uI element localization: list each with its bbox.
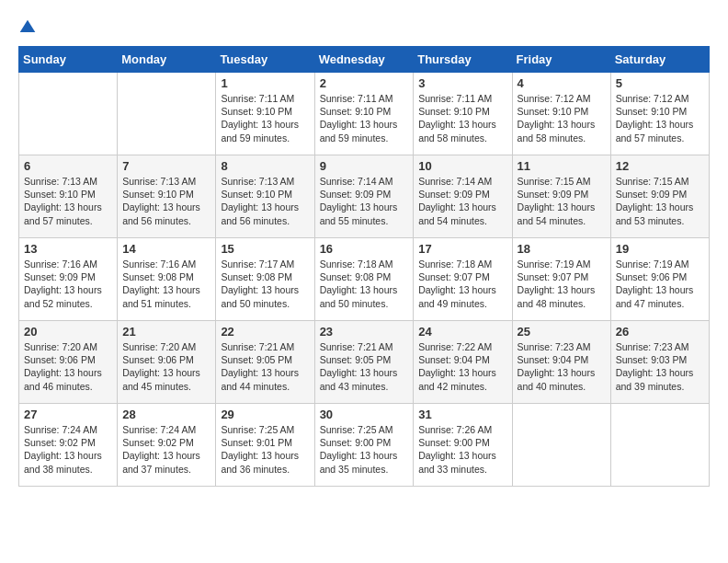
day-number: 14 xyxy=(122,242,210,256)
day-number: 6 xyxy=(24,159,112,173)
day-number: 3 xyxy=(418,76,506,90)
day-info: Sunrise: 7:21 AM Sunset: 9:05 PM Dayligh… xyxy=(320,340,409,393)
calendar-week-row: 20Sunrise: 7:20 AM Sunset: 9:06 PM Dayli… xyxy=(19,321,710,404)
day-number: 9 xyxy=(320,159,409,173)
day-number: 13 xyxy=(24,242,112,256)
calendar-cell: 5Sunrise: 7:12 AM Sunset: 9:10 PM Daylig… xyxy=(610,73,709,155)
day-number: 19 xyxy=(616,242,704,256)
day-info: Sunrise: 7:11 AM Sunset: 9:10 PM Dayligh… xyxy=(320,92,409,144)
day-info: Sunrise: 7:15 AM Sunset: 9:09 PM Dayligh… xyxy=(518,175,606,227)
day-info: Sunrise: 7:25 AM Sunset: 9:00 PM Dayligh… xyxy=(320,423,409,476)
day-number: 28 xyxy=(122,408,210,421)
day-info: Sunrise: 7:17 AM Sunset: 9:08 PM Dayligh… xyxy=(221,258,309,310)
col-header-tuesday: Tuesday xyxy=(216,47,314,73)
day-info: Sunrise: 7:12 AM Sunset: 9:10 PM Dayligh… xyxy=(616,92,704,144)
calendar-cell: 12Sunrise: 7:15 AM Sunset: 9:09 PM Dayli… xyxy=(610,155,709,238)
day-number: 11 xyxy=(518,159,606,173)
day-info: Sunrise: 7:19 AM Sunset: 9:06 PM Dayligh… xyxy=(616,258,704,310)
day-info: Sunrise: 7:13 AM Sunset: 9:10 PM Dayligh… xyxy=(24,175,112,227)
day-info: Sunrise: 7:13 AM Sunset: 9:10 PM Dayligh… xyxy=(221,175,309,227)
day-info: Sunrise: 7:24 AM Sunset: 9:02 PM Dayligh… xyxy=(24,423,112,476)
day-number: 7 xyxy=(122,159,210,173)
col-header-wednesday: Wednesday xyxy=(314,47,414,73)
day-number: 30 xyxy=(320,408,409,421)
calendar-cell: 21Sunrise: 7:20 AM Sunset: 9:06 PM Dayli… xyxy=(118,321,216,404)
calendar-cell: 29Sunrise: 7:25 AM Sunset: 9:01 PM Dayli… xyxy=(216,404,314,487)
calendar-table: SundayMondayTuesdayWednesdayThursdayFrid… xyxy=(18,46,710,487)
day-info: Sunrise: 7:15 AM Sunset: 9:09 PM Dayligh… xyxy=(616,175,704,227)
day-number: 18 xyxy=(518,242,606,256)
logo xyxy=(18,18,40,37)
day-number: 23 xyxy=(320,325,409,339)
calendar-cell: 3Sunrise: 7:11 AM Sunset: 9:10 PM Daylig… xyxy=(414,73,512,155)
day-info: Sunrise: 7:25 AM Sunset: 9:01 PM Dayligh… xyxy=(221,423,309,476)
calendar-header-row: SundayMondayTuesdayWednesdayThursdayFrid… xyxy=(19,47,710,73)
col-header-thursday: Thursday xyxy=(414,47,512,73)
day-number: 17 xyxy=(418,242,506,256)
calendar-cell: 11Sunrise: 7:15 AM Sunset: 9:09 PM Dayli… xyxy=(512,155,610,238)
col-header-sunday: Sunday xyxy=(19,47,118,73)
day-number: 15 xyxy=(221,242,309,256)
day-info: Sunrise: 7:12 AM Sunset: 9:10 PM Dayligh… xyxy=(518,92,606,144)
calendar-cell: 9Sunrise: 7:14 AM Sunset: 9:09 PM Daylig… xyxy=(314,155,414,238)
day-info: Sunrise: 7:24 AM Sunset: 9:02 PM Dayligh… xyxy=(122,423,210,476)
calendar-cell: 18Sunrise: 7:19 AM Sunset: 9:07 PM Dayli… xyxy=(512,238,610,321)
day-number: 22 xyxy=(221,325,309,339)
calendar-cell: 22Sunrise: 7:21 AM Sunset: 9:05 PM Dayli… xyxy=(216,321,314,404)
calendar-week-row: 27Sunrise: 7:24 AM Sunset: 9:02 PM Dayli… xyxy=(19,404,710,487)
day-info: Sunrise: 7:18 AM Sunset: 9:07 PM Dayligh… xyxy=(418,258,506,310)
day-number: 26 xyxy=(616,325,704,339)
calendar-cell: 23Sunrise: 7:21 AM Sunset: 9:05 PM Dayli… xyxy=(314,321,414,404)
calendar-cell: 28Sunrise: 7:24 AM Sunset: 9:02 PM Dayli… xyxy=(118,404,216,487)
day-number: 31 xyxy=(418,408,506,421)
day-number: 10 xyxy=(418,159,506,173)
day-info: Sunrise: 7:18 AM Sunset: 9:08 PM Dayligh… xyxy=(320,258,409,310)
calendar-cell: 14Sunrise: 7:16 AM Sunset: 9:08 PM Dayli… xyxy=(118,238,216,321)
day-info: Sunrise: 7:13 AM Sunset: 9:10 PM Dayligh… xyxy=(122,175,210,227)
day-info: Sunrise: 7:11 AM Sunset: 9:10 PM Dayligh… xyxy=(418,92,506,144)
calendar-cell: 6Sunrise: 7:13 AM Sunset: 9:10 PM Daylig… xyxy=(19,155,118,238)
day-info: Sunrise: 7:19 AM Sunset: 9:07 PM Dayligh… xyxy=(518,258,606,310)
calendar-cell xyxy=(610,404,709,487)
day-number: 1 xyxy=(221,76,309,90)
calendar-cell: 30Sunrise: 7:25 AM Sunset: 9:00 PM Dayli… xyxy=(314,404,414,487)
calendar-cell: 20Sunrise: 7:20 AM Sunset: 9:06 PM Dayli… xyxy=(19,321,118,404)
day-number: 2 xyxy=(320,76,409,90)
col-header-friday: Friday xyxy=(512,47,610,73)
day-info: Sunrise: 7:20 AM Sunset: 9:06 PM Dayligh… xyxy=(122,340,210,393)
calendar-cell: 17Sunrise: 7:18 AM Sunset: 9:07 PM Dayli… xyxy=(414,238,512,321)
calendar-cell: 26Sunrise: 7:23 AM Sunset: 9:03 PM Dayli… xyxy=(610,321,709,404)
day-info: Sunrise: 7:23 AM Sunset: 9:04 PM Dayligh… xyxy=(518,340,606,393)
calendar-cell: 31Sunrise: 7:26 AM Sunset: 9:00 PM Dayli… xyxy=(414,404,512,487)
page-header xyxy=(18,18,710,37)
day-number: 27 xyxy=(24,408,112,421)
logo-icon xyxy=(18,18,37,37)
calendar-cell: 27Sunrise: 7:24 AM Sunset: 9:02 PM Dayli… xyxy=(19,404,118,487)
calendar-week-row: 1Sunrise: 7:11 AM Sunset: 9:10 PM Daylig… xyxy=(19,73,710,155)
col-header-saturday: Saturday xyxy=(610,47,709,73)
day-info: Sunrise: 7:20 AM Sunset: 9:06 PM Dayligh… xyxy=(24,340,112,393)
day-number: 20 xyxy=(24,325,112,339)
day-number: 24 xyxy=(418,325,506,339)
calendar-cell: 4Sunrise: 7:12 AM Sunset: 9:10 PM Daylig… xyxy=(512,73,610,155)
calendar-cell: 19Sunrise: 7:19 AM Sunset: 9:06 PM Dayli… xyxy=(610,238,709,321)
day-number: 29 xyxy=(221,408,309,421)
calendar-cell: 8Sunrise: 7:13 AM Sunset: 9:10 PM Daylig… xyxy=(216,155,314,238)
calendar-cell: 25Sunrise: 7:23 AM Sunset: 9:04 PM Dayli… xyxy=(512,321,610,404)
day-info: Sunrise: 7:16 AM Sunset: 9:08 PM Dayligh… xyxy=(122,258,210,310)
day-info: Sunrise: 7:11 AM Sunset: 9:10 PM Dayligh… xyxy=(221,92,309,144)
calendar-cell xyxy=(19,73,118,155)
day-info: Sunrise: 7:22 AM Sunset: 9:04 PM Dayligh… xyxy=(418,340,506,393)
day-number: 12 xyxy=(616,159,704,173)
day-info: Sunrise: 7:23 AM Sunset: 9:03 PM Dayligh… xyxy=(616,340,704,393)
day-number: 8 xyxy=(221,159,309,173)
day-number: 21 xyxy=(122,325,210,339)
col-header-monday: Monday xyxy=(118,47,216,73)
day-number: 25 xyxy=(518,325,606,339)
day-info: Sunrise: 7:16 AM Sunset: 9:09 PM Dayligh… xyxy=(24,258,112,310)
day-info: Sunrise: 7:14 AM Sunset: 9:09 PM Dayligh… xyxy=(320,175,409,227)
calendar-week-row: 13Sunrise: 7:16 AM Sunset: 9:09 PM Dayli… xyxy=(19,238,710,321)
calendar-cell: 15Sunrise: 7:17 AM Sunset: 9:08 PM Dayli… xyxy=(216,238,314,321)
calendar-cell: 2Sunrise: 7:11 AM Sunset: 9:10 PM Daylig… xyxy=(314,73,414,155)
calendar-cell: 10Sunrise: 7:14 AM Sunset: 9:09 PM Dayli… xyxy=(414,155,512,238)
